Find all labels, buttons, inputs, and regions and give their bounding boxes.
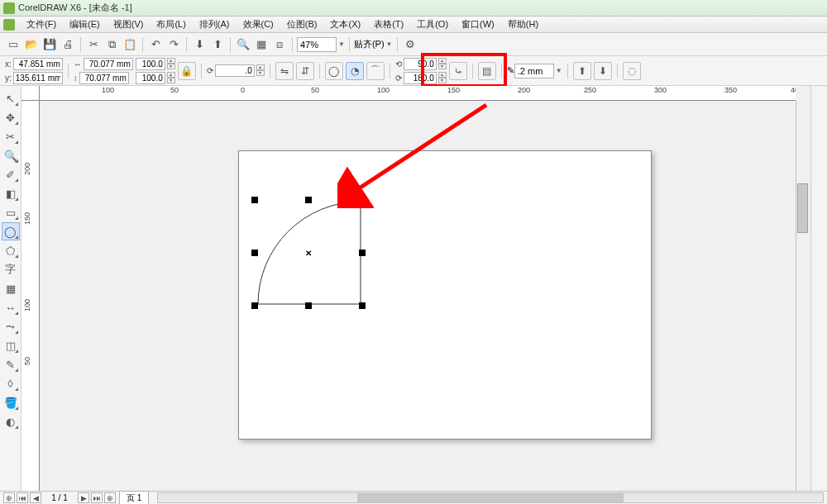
ruler-horizontal[interactable]: 100 50 0 50 100 150 200 250 300 350 400 (40, 86, 796, 101)
canvas[interactable]: ✕ (40, 101, 796, 491)
start-angle-spinner[interactable]: ▴▾ (438, 58, 447, 70)
convert-curves-icon[interactable]: ◌ (623, 62, 641, 80)
selection-bounds[interactable]: ✕ (255, 200, 362, 306)
arc-icon[interactable]: ⌒ (366, 62, 385, 80)
page-tab[interactable]: 页 1 (119, 491, 149, 505)
add-page-after-icon[interactable]: ⊕ (104, 492, 116, 503)
export-icon[interactable]: ⬆ (209, 36, 226, 53)
scale-x-spinner[interactable]: ▴▾ (167, 58, 175, 70)
height-input[interactable] (79, 72, 129, 84)
zoom-input[interactable] (297, 37, 337, 52)
menu-edit[interactable]: 编辑(E) (63, 17, 107, 32)
color-palette-dock[interactable] (810, 86, 827, 491)
reverse-arc-icon[interactable]: ⤿ (449, 62, 467, 80)
mirror-v-icon[interactable]: ⇵ (296, 62, 314, 80)
connector-tool[interactable]: ⤳ (2, 317, 20, 335)
paste-icon[interactable]: 📋 (122, 36, 138, 53)
scroll-thumb[interactable] (797, 183, 808, 233)
outline-tool[interactable]: ◊ (2, 374, 20, 392)
table-tool[interactable]: ▦ (2, 279, 20, 297)
smart-fill-tool[interactable]: ◧ (2, 184, 20, 202)
scale-x-input[interactable] (136, 58, 165, 70)
mirror-h-icon[interactable]: ⇋ (275, 62, 294, 80)
handle-e[interactable] (359, 250, 366, 256)
menu-effects[interactable]: 效果(C) (237, 17, 280, 32)
pie-icon[interactable]: ◔ (346, 62, 364, 80)
outline-width-input[interactable] (514, 64, 554, 78)
cut-icon[interactable]: ✂ (85, 36, 102, 53)
fill-tool[interactable]: 🪣 (2, 393, 20, 411)
x-input[interactable] (13, 58, 63, 70)
dimension-tool[interactable]: ↔ (2, 298, 20, 316)
app-launcher-icon[interactable]: ▦ (253, 36, 270, 53)
options-icon[interactable]: ⚙ (402, 36, 418, 53)
handle-sw[interactable] (251, 302, 258, 309)
open-icon[interactable]: 📂 (23, 36, 40, 53)
snap-dropdown[interactable]: 贴齐(P) ▼ (354, 38, 393, 50)
polygon-tool[interactable]: ⬠ (2, 241, 20, 259)
handle-n[interactable] (305, 197, 312, 203)
to-front-icon[interactable]: ⬆ (573, 62, 591, 80)
eyedropper-tool[interactable]: ✎ (2, 355, 20, 373)
menu-tools[interactable]: 工具(O) (410, 17, 455, 32)
freehand-tool[interactable]: ✐ (2, 165, 20, 183)
crop-tool[interactable]: ✂ (2, 127, 20, 145)
interactive-fill-tool[interactable]: ◐ (2, 412, 20, 430)
menu-table[interactable]: 表格(T) (367, 17, 410, 32)
new-icon[interactable]: ▭ (5, 36, 22, 53)
ellipse-icon[interactable]: ◯ (325, 62, 343, 80)
rotation-spinner[interactable]: ▴▾ (256, 64, 265, 77)
handle-s[interactable] (305, 302, 312, 309)
menu-window[interactable]: 窗口(W) (455, 17, 501, 32)
ruler-vertical[interactable]: 200 150 100 50 (22, 101, 40, 491)
pick-tool[interactable]: ↖ (2, 89, 20, 107)
effects-tool[interactable]: ◫ (2, 336, 20, 354)
save-icon[interactable]: 💾 (41, 36, 58, 53)
handle-w[interactable] (251, 250, 258, 256)
redo-icon[interactable]: ↷ (165, 36, 182, 53)
menu-layout[interactable]: 布局(L) (150, 17, 192, 32)
handle-nw[interactable] (251, 197, 258, 203)
welcome-icon[interactable]: ⧈ (271, 36, 288, 53)
ellipse-tool[interactable]: ◯ (2, 222, 20, 240)
zoom-tool[interactable]: 🔍 (2, 146, 20, 164)
handle-se[interactable] (359, 302, 366, 309)
menu-arrange[interactable]: 排列(A) (193, 17, 237, 32)
end-angle-input[interactable] (404, 72, 437, 84)
end-angle-spinner[interactable]: ▴▾ (438, 72, 447, 84)
search-icon[interactable]: 🔍 (235, 36, 251, 53)
copy-icon[interactable]: ⧉ (103, 36, 120, 53)
rotation-input[interactable] (215, 64, 255, 77)
menu-text[interactable]: 文本(X) (323, 17, 367, 32)
last-page-icon[interactable]: ⏭ (91, 492, 103, 503)
start-angle-input[interactable] (404, 58, 437, 70)
menu-file[interactable]: 文件(F) (20, 17, 63, 32)
handle-ne[interactable] (359, 197, 366, 203)
scroll-thumb[interactable] (357, 493, 623, 502)
lock-ratio-icon[interactable]: 🔒 (178, 62, 196, 80)
import-icon[interactable]: ⬇ (191, 36, 208, 53)
add-page-icon[interactable]: ⊕ (3, 492, 15, 503)
to-back-icon[interactable]: ⬇ (594, 62, 612, 80)
scale-y-spinner[interactable]: ▴▾ (167, 72, 175, 84)
ruler-origin[interactable] (22, 86, 40, 101)
wrap-text-icon[interactable]: ▤ (478, 62, 496, 80)
y-input[interactable] (13, 72, 63, 84)
menu-bitmap[interactable]: 位图(B) (280, 17, 324, 32)
shape-tool[interactable]: ✥ (2, 108, 20, 126)
first-page-icon[interactable]: ⏮ (17, 492, 28, 503)
zoom-dropdown[interactable]: ▼ (297, 37, 345, 52)
rectangle-tool[interactable]: ▭ (2, 203, 20, 221)
outline-width-dropdown[interactable]: ✎ ▼ (507, 64, 562, 78)
width-input[interactable] (84, 58, 133, 70)
undo-icon[interactable]: ↶ (147, 36, 164, 53)
horizontal-scrollbar[interactable] (157, 492, 824, 503)
vertical-scrollbar[interactable] (796, 101, 809, 491)
scale-y-input[interactable] (136, 72, 165, 84)
menu-help[interactable]: 帮助(H) (501, 17, 545, 32)
print-icon[interactable]: 🖨 (60, 36, 76, 53)
text-tool[interactable]: 字 (2, 260, 20, 278)
menu-view[interactable]: 视图(V) (107, 17, 151, 32)
prev-page-icon[interactable]: ◀ (30, 492, 41, 503)
next-page-icon[interactable]: ▶ (78, 492, 89, 503)
